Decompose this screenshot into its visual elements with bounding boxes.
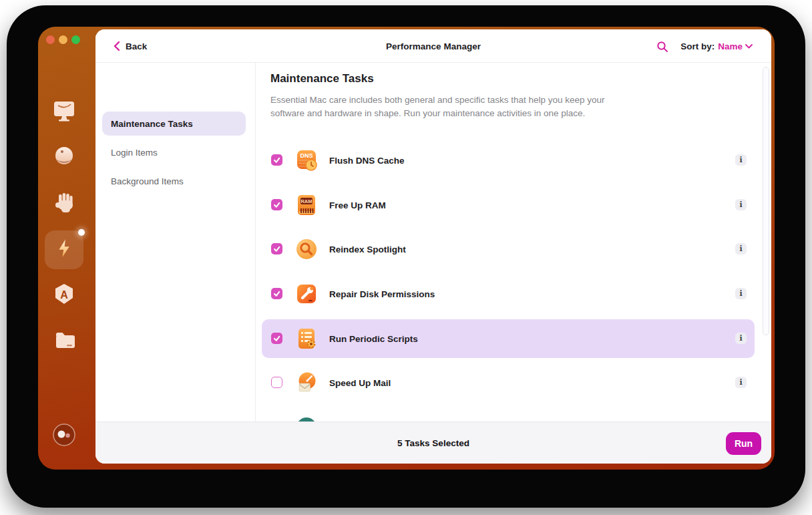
svg-text:A: A xyxy=(60,289,68,301)
info-button[interactable]: i xyxy=(735,288,747,299)
content-description: Essential Mac care includes both general… xyxy=(270,94,605,120)
panel-item-login-items[interactable]: Login Items xyxy=(102,140,246,164)
zoom-window-button[interactable] xyxy=(71,35,80,44)
lightning-icon[interactable] xyxy=(53,237,75,263)
scripts-gear-icon xyxy=(295,327,318,350)
task-list-pane: Maintenance Tasks Essential Mac care inc… xyxy=(256,63,771,421)
chevron-down-icon xyxy=(745,44,753,49)
window-header: Back Performance Manager Sort by: Name xyxy=(95,29,771,63)
dns-cache-icon: DNS xyxy=(295,149,318,172)
screen: A Back Performance Manager xyxy=(0,0,812,515)
task-row-partial[interactable] xyxy=(262,408,755,421)
info-button[interactable]: i xyxy=(735,333,747,344)
task-checkbox[interactable] xyxy=(271,154,282,166)
info-button[interactable]: i xyxy=(735,243,747,254)
task-label: Flush DNS Cache xyxy=(329,141,405,180)
sort-by-value: Name xyxy=(718,41,743,51)
task-row-repair-disk-permissions[interactable]: Repair Disk Permissions i xyxy=(262,275,755,313)
info-button[interactable]: i xyxy=(735,199,747,210)
run-button[interactable]: Run xyxy=(726,432,761,455)
content-heading: Maintenance Tasks xyxy=(270,72,374,85)
task-row-run-periodic-scripts[interactable]: Run Periodic Scripts i xyxy=(262,319,755,358)
task-label: Speed Up Mail xyxy=(329,363,391,402)
performance-manager-window: Back Performance Manager Sort by: Name xyxy=(95,29,771,464)
folder-icon[interactable] xyxy=(51,327,77,357)
panel-item-background-items[interactable]: Background Items xyxy=(102,169,246,193)
section-panel: Maintenance Tasks Login Items Background… xyxy=(95,63,256,421)
minimize-window-button[interactable] xyxy=(59,35,67,44)
task-checkbox[interactable] xyxy=(271,377,282,388)
task-row-free-up-ram[interactable]: RAM Free Up RAM i xyxy=(262,186,755,224)
task-row-speed-up-mail[interactable]: Speed Up Mail i xyxy=(262,363,755,402)
notification-dot xyxy=(78,229,85,236)
teal-partial-icon xyxy=(295,416,318,421)
task-checkbox[interactable] xyxy=(271,199,282,210)
search-icon[interactable] xyxy=(656,41,668,53)
svg-text:RAM: RAM xyxy=(300,198,312,204)
task-checkbox[interactable] xyxy=(271,333,282,344)
ram-icon: RAM xyxy=(295,194,318,216)
task-row-flush-dns-cache[interactable]: DNS Flush DNS Cache i xyxy=(262,141,755,180)
hand-icon[interactable] xyxy=(51,190,77,220)
sort-by-dropdown[interactable]: Name xyxy=(718,41,753,51)
svg-text:DNS: DNS xyxy=(300,152,313,159)
orb-icon[interactable] xyxy=(51,144,77,173)
vertical-scrollbar[interactable] xyxy=(763,67,769,335)
page-title: Performance Manager xyxy=(95,29,771,63)
task-label: Reindex Spotlight xyxy=(329,230,406,269)
window-footer: 5 Tasks Selected Run xyxy=(95,421,771,464)
task-checkbox[interactable] xyxy=(271,243,282,254)
disk-wrench-icon xyxy=(295,283,318,305)
spotlight-icon xyxy=(295,238,318,261)
task-label: Repair Disk Permissions xyxy=(329,275,435,313)
sort-by-label: Sort by: xyxy=(680,41,715,51)
task-row-reindex-spotlight[interactable]: Reindex Spotlight i xyxy=(262,230,755,269)
info-button[interactable]: i xyxy=(735,377,747,388)
info-button[interactable]: i xyxy=(735,154,747,166)
task-label: Free Up RAM xyxy=(329,186,386,224)
a-badge-icon[interactable]: A xyxy=(51,281,77,311)
tasks-selected-status: 5 Tasks Selected xyxy=(95,422,771,464)
avatar-icon[interactable] xyxy=(52,423,76,450)
task-label: Run Periodic Scripts xyxy=(329,319,418,358)
mail-speedometer-icon xyxy=(295,371,318,394)
sort-by-control: Sort by: Name xyxy=(680,29,753,63)
task-checkbox[interactable] xyxy=(271,288,282,299)
imac-icon[interactable] xyxy=(49,98,79,128)
close-window-button[interactable] xyxy=(46,35,55,44)
panel-item-maintenance-tasks[interactable]: Maintenance Tasks xyxy=(102,112,246,136)
